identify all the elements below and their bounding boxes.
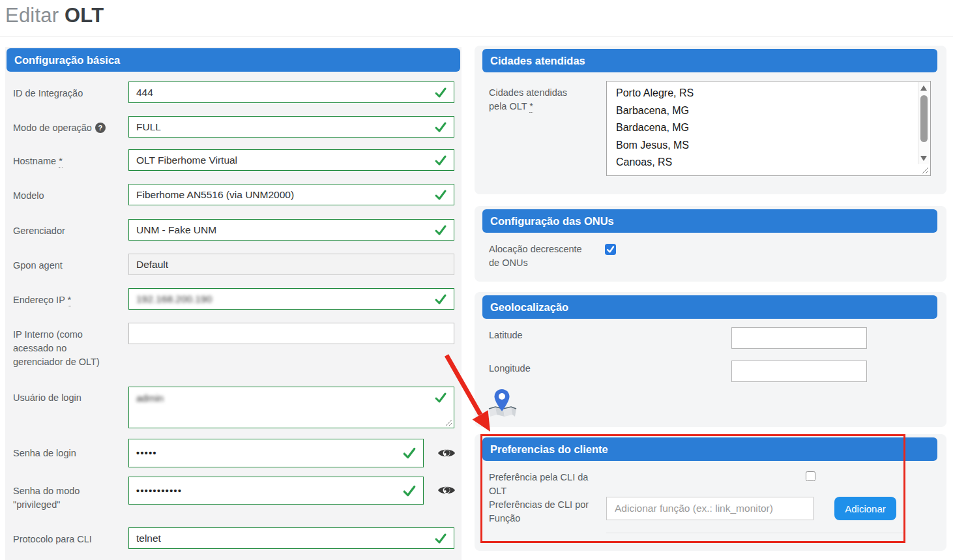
page-title: Editar OLT xyxy=(5,4,104,27)
city-option[interactable]: Barbacena, MG xyxy=(607,102,930,120)
adicionar-button[interactable]: Adicionar xyxy=(834,497,896,520)
help-icon[interactable]: ? xyxy=(95,123,106,133)
city-option[interactable]: Bom Jesus, MS xyxy=(607,137,930,155)
longitude-input[interactable] xyxy=(731,361,867,382)
title-divider xyxy=(0,37,953,37)
onus-config-panel: Configuração das ONUs Alocação decrescen… xyxy=(475,206,946,282)
basic-config-panel: Configuração básica ID de Integração 444… xyxy=(5,47,462,560)
cities-panel: Cidades atendidas Cidades atendidas pela… xyxy=(475,46,946,194)
ip-interno-input[interactable] xyxy=(128,323,454,344)
hostname-input[interactable]: OLT Fiberhome Virtual xyxy=(128,149,454,171)
latitude-input[interactable] xyxy=(731,327,867,349)
field-label-modelo: Modelo xyxy=(13,189,116,203)
field-label-modo-operacao: Modo de operação? xyxy=(13,121,116,135)
valid-check-icon xyxy=(434,224,447,237)
scrollbar-thumb[interactable] xyxy=(920,95,928,142)
valid-check-icon xyxy=(402,446,417,460)
basic-config-header: Configuração básica xyxy=(7,48,460,72)
map-pin-icon[interactable] xyxy=(486,387,518,417)
gerenciador-input[interactable]: UNM - Fake UNM xyxy=(128,219,454,241)
section-divider xyxy=(606,533,903,533)
city-option[interactable]: Bardacena, MG xyxy=(607,119,930,137)
cities-header: Cidades atendidas xyxy=(482,49,937,72)
field-label-usuario-login: Usuário de login xyxy=(13,391,116,405)
scroll-down-icon[interactable] xyxy=(920,156,927,161)
client-preferences-panel: Preferencias do cliente Preferência pela… xyxy=(475,434,946,551)
city-option[interactable]: Porto Alegre, RS xyxy=(607,81,930,102)
cli-function-label: Preferências de CLI por Função xyxy=(489,498,596,525)
id-integracao-input[interactable]: 444 xyxy=(128,81,454,103)
senha-privileged-input[interactable]: ••••••••••• xyxy=(128,477,424,505)
field-label-protocolo-cli: Protocolo para CLI xyxy=(13,533,116,546)
edit-olt-page: Editar OLT Configuração básica ID de Int… xyxy=(0,0,953,560)
required-asterisk: * xyxy=(529,101,533,113)
gpon-agent-input: Default xyxy=(128,254,454,275)
resize-handle[interactable] xyxy=(921,166,929,174)
modo-operacao-input[interactable]: FULL xyxy=(128,116,454,138)
valid-check-icon xyxy=(434,391,447,404)
required-asterisk: * xyxy=(59,156,63,168)
alocacao-decrescente-checkbox[interactable] xyxy=(605,244,616,255)
geolocation-panel: Geolocalização Latitude Longitude xyxy=(475,292,946,427)
onus-config-header: Configuração das ONUs xyxy=(482,209,937,233)
endereco-ip-input[interactable]: 192.168.200.190 xyxy=(128,288,454,310)
cities-listbox[interactable]: Porto Alegre, RS Barbacena, MG Bardacena… xyxy=(606,81,931,176)
add-function-input[interactable] xyxy=(606,497,814,520)
field-label-gerenciador: Gerenciador xyxy=(13,224,116,238)
listbox-scrollbar[interactable] xyxy=(918,82,930,164)
check-icon xyxy=(605,244,616,255)
city-option[interactable]: Canoas, RS xyxy=(607,154,930,171)
valid-check-icon xyxy=(434,188,447,201)
modelo-input[interactable]: Fiberhome AN5516 (via UNM2000) xyxy=(128,184,454,205)
field-label-senha-privileged: Senha do modo "privileged" xyxy=(13,484,116,512)
valid-check-icon xyxy=(434,154,447,167)
usuario-login-textarea[interactable]: admin xyxy=(128,387,454,428)
show-password-icon[interactable] xyxy=(437,443,456,463)
field-label-endereco-ip: Endereço IP * xyxy=(13,293,116,307)
valid-check-icon xyxy=(434,532,447,545)
client-preferences-header: Preferencias do cliente xyxy=(482,437,937,461)
geolocation-header: Geolocalização xyxy=(482,295,937,319)
protocolo-cli-input[interactable]: telnet xyxy=(128,527,454,549)
cli-preference-label: Preferência pela CLI da OLT xyxy=(489,471,596,498)
field-label-ip-interno: IP Interno (como acessado no gerenciador… xyxy=(13,328,116,369)
scroll-up-icon[interactable] xyxy=(920,85,927,91)
valid-check-icon xyxy=(434,86,447,99)
valid-check-icon xyxy=(434,293,447,306)
cities-label: Cidades atendidas pela OLT * xyxy=(489,86,587,113)
cli-preference-checkbox[interactable] xyxy=(806,471,815,481)
required-asterisk: * xyxy=(68,295,72,306)
latitude-label: Latitude xyxy=(489,329,523,342)
valid-check-icon xyxy=(434,121,447,134)
resize-handle[interactable] xyxy=(445,419,452,426)
longitude-label: Longitude xyxy=(489,362,531,376)
page-title-light: Editar xyxy=(5,4,59,27)
show-password-icon[interactable] xyxy=(437,480,456,500)
field-label-senha-login: Senha de login xyxy=(13,447,116,460)
field-label-id-integracao: ID de Integração xyxy=(13,87,116,100)
field-label-hostname: Hostname * xyxy=(13,155,116,168)
field-label-gpon-agent: Gpon agent xyxy=(13,259,116,273)
page-title-bold: OLT xyxy=(65,4,104,27)
valid-check-icon xyxy=(402,484,417,498)
senha-login-input[interactable]: ••••• xyxy=(128,439,424,467)
alocacao-decrescente-label: Alocação decrescente de ONUs xyxy=(489,243,593,270)
